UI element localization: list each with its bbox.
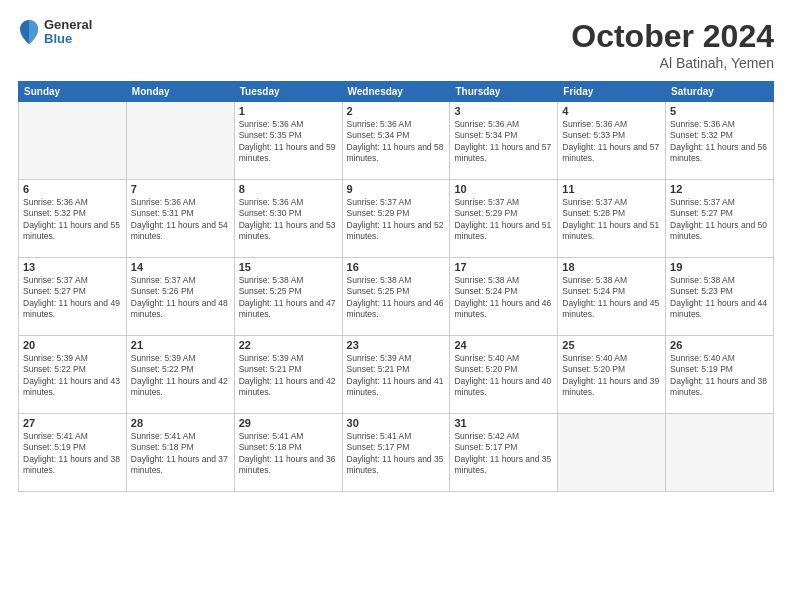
table-row: 21Sunrise: 5:39 AM Sunset: 5:22 PM Dayli… [126, 336, 234, 414]
table-row: 30Sunrise: 5:41 AM Sunset: 5:17 PM Dayli… [342, 414, 450, 492]
table-row: 4Sunrise: 5:36 AM Sunset: 5:33 PM Daylig… [558, 102, 666, 180]
day-info: Sunrise: 5:39 AM Sunset: 5:21 PM Dayligh… [347, 353, 446, 399]
col-tuesday: Tuesday [234, 82, 342, 102]
day-number: 23 [347, 339, 446, 351]
day-number: 14 [131, 261, 230, 273]
calendar-header-row: Sunday Monday Tuesday Wednesday Thursday… [19, 82, 774, 102]
table-row: 1Sunrise: 5:36 AM Sunset: 5:35 PM Daylig… [234, 102, 342, 180]
day-info: Sunrise: 5:38 AM Sunset: 5:24 PM Dayligh… [562, 275, 661, 321]
calendar-week-row: 20Sunrise: 5:39 AM Sunset: 5:22 PM Dayli… [19, 336, 774, 414]
day-number: 3 [454, 105, 553, 117]
table-row: 14Sunrise: 5:37 AM Sunset: 5:26 PM Dayli… [126, 258, 234, 336]
day-number: 6 [23, 183, 122, 195]
day-info: Sunrise: 5:36 AM Sunset: 5:32 PM Dayligh… [23, 197, 122, 243]
logo-general: General [44, 18, 92, 32]
title-location: Al Batinah, Yemen [571, 55, 774, 71]
day-number: 28 [131, 417, 230, 429]
table-row [558, 414, 666, 492]
table-row: 16Sunrise: 5:38 AM Sunset: 5:25 PM Dayli… [342, 258, 450, 336]
calendar-week-row: 27Sunrise: 5:41 AM Sunset: 5:19 PM Dayli… [19, 414, 774, 492]
day-number: 4 [562, 105, 661, 117]
table-row: 17Sunrise: 5:38 AM Sunset: 5:24 PM Dayli… [450, 258, 558, 336]
col-wednesday: Wednesday [342, 82, 450, 102]
day-info: Sunrise: 5:36 AM Sunset: 5:30 PM Dayligh… [239, 197, 338, 243]
table-row: 2Sunrise: 5:36 AM Sunset: 5:34 PM Daylig… [342, 102, 450, 180]
day-info: Sunrise: 5:37 AM Sunset: 5:29 PM Dayligh… [454, 197, 553, 243]
table-row: 29Sunrise: 5:41 AM Sunset: 5:18 PM Dayli… [234, 414, 342, 492]
day-number: 17 [454, 261, 553, 273]
day-info: Sunrise: 5:36 AM Sunset: 5:34 PM Dayligh… [347, 119, 446, 165]
calendar-week-row: 6Sunrise: 5:36 AM Sunset: 5:32 PM Daylig… [19, 180, 774, 258]
table-row: 19Sunrise: 5:38 AM Sunset: 5:23 PM Dayli… [666, 258, 774, 336]
table-row: 10Sunrise: 5:37 AM Sunset: 5:29 PM Dayli… [450, 180, 558, 258]
table-row: 13Sunrise: 5:37 AM Sunset: 5:27 PM Dayli… [19, 258, 127, 336]
table-row: 18Sunrise: 5:38 AM Sunset: 5:24 PM Dayli… [558, 258, 666, 336]
day-info: Sunrise: 5:36 AM Sunset: 5:34 PM Dayligh… [454, 119, 553, 165]
table-row: 9Sunrise: 5:37 AM Sunset: 5:29 PM Daylig… [342, 180, 450, 258]
day-number: 21 [131, 339, 230, 351]
day-info: Sunrise: 5:40 AM Sunset: 5:20 PM Dayligh… [454, 353, 553, 399]
calendar-table: Sunday Monday Tuesday Wednesday Thursday… [18, 81, 774, 492]
table-row: 26Sunrise: 5:40 AM Sunset: 5:19 PM Dayli… [666, 336, 774, 414]
col-saturday: Saturday [666, 82, 774, 102]
table-row: 12Sunrise: 5:37 AM Sunset: 5:27 PM Dayli… [666, 180, 774, 258]
table-row: 25Sunrise: 5:40 AM Sunset: 5:20 PM Dayli… [558, 336, 666, 414]
day-number: 7 [131, 183, 230, 195]
day-info: Sunrise: 5:39 AM Sunset: 5:22 PM Dayligh… [23, 353, 122, 399]
day-info: Sunrise: 5:38 AM Sunset: 5:24 PM Dayligh… [454, 275, 553, 321]
day-number: 8 [239, 183, 338, 195]
table-row [19, 102, 127, 180]
day-info: Sunrise: 5:41 AM Sunset: 5:18 PM Dayligh… [131, 431, 230, 477]
day-info: Sunrise: 5:37 AM Sunset: 5:27 PM Dayligh… [670, 197, 769, 243]
day-info: Sunrise: 5:37 AM Sunset: 5:28 PM Dayligh… [562, 197, 661, 243]
table-row: 8Sunrise: 5:36 AM Sunset: 5:30 PM Daylig… [234, 180, 342, 258]
day-info: Sunrise: 5:41 AM Sunset: 5:19 PM Dayligh… [23, 431, 122, 477]
table-row: 5Sunrise: 5:36 AM Sunset: 5:32 PM Daylig… [666, 102, 774, 180]
day-info: Sunrise: 5:38 AM Sunset: 5:25 PM Dayligh… [239, 275, 338, 321]
day-info: Sunrise: 5:38 AM Sunset: 5:23 PM Dayligh… [670, 275, 769, 321]
day-info: Sunrise: 5:36 AM Sunset: 5:32 PM Dayligh… [670, 119, 769, 165]
table-row: 15Sunrise: 5:38 AM Sunset: 5:25 PM Dayli… [234, 258, 342, 336]
day-info: Sunrise: 5:36 AM Sunset: 5:35 PM Dayligh… [239, 119, 338, 165]
table-row: 23Sunrise: 5:39 AM Sunset: 5:21 PM Dayli… [342, 336, 450, 414]
day-number: 15 [239, 261, 338, 273]
table-row: 6Sunrise: 5:36 AM Sunset: 5:32 PM Daylig… [19, 180, 127, 258]
day-info: Sunrise: 5:39 AM Sunset: 5:21 PM Dayligh… [239, 353, 338, 399]
day-number: 16 [347, 261, 446, 273]
table-row: 3Sunrise: 5:36 AM Sunset: 5:34 PM Daylig… [450, 102, 558, 180]
col-monday: Monday [126, 82, 234, 102]
day-number: 22 [239, 339, 338, 351]
day-info: Sunrise: 5:42 AM Sunset: 5:17 PM Dayligh… [454, 431, 553, 477]
day-info: Sunrise: 5:37 AM Sunset: 5:26 PM Dayligh… [131, 275, 230, 321]
table-row: 22Sunrise: 5:39 AM Sunset: 5:21 PM Dayli… [234, 336, 342, 414]
day-info: Sunrise: 5:41 AM Sunset: 5:18 PM Dayligh… [239, 431, 338, 477]
logo-text: General Blue [44, 18, 92, 47]
day-number: 30 [347, 417, 446, 429]
day-number: 25 [562, 339, 661, 351]
day-info: Sunrise: 5:41 AM Sunset: 5:17 PM Dayligh… [347, 431, 446, 477]
day-info: Sunrise: 5:39 AM Sunset: 5:22 PM Dayligh… [131, 353, 230, 399]
table-row: 20Sunrise: 5:39 AM Sunset: 5:22 PM Dayli… [19, 336, 127, 414]
calendar-week-row: 1Sunrise: 5:36 AM Sunset: 5:35 PM Daylig… [19, 102, 774, 180]
day-number: 26 [670, 339, 769, 351]
day-number: 24 [454, 339, 553, 351]
day-number: 10 [454, 183, 553, 195]
calendar-week-row: 13Sunrise: 5:37 AM Sunset: 5:27 PM Dayli… [19, 258, 774, 336]
logo-blue: Blue [44, 32, 92, 46]
day-number: 13 [23, 261, 122, 273]
day-number: 18 [562, 261, 661, 273]
day-number: 5 [670, 105, 769, 117]
day-info: Sunrise: 5:40 AM Sunset: 5:20 PM Dayligh… [562, 353, 661, 399]
day-number: 9 [347, 183, 446, 195]
header: General Blue October 2024 Al Batinah, Ye… [18, 18, 774, 71]
table-row [666, 414, 774, 492]
day-number: 11 [562, 183, 661, 195]
day-number: 1 [239, 105, 338, 117]
day-info: Sunrise: 5:37 AM Sunset: 5:29 PM Dayligh… [347, 197, 446, 243]
day-info: Sunrise: 5:40 AM Sunset: 5:19 PM Dayligh… [670, 353, 769, 399]
day-number: 20 [23, 339, 122, 351]
table-row: 28Sunrise: 5:41 AM Sunset: 5:18 PM Dayli… [126, 414, 234, 492]
day-number: 2 [347, 105, 446, 117]
table-row: 24Sunrise: 5:40 AM Sunset: 5:20 PM Dayli… [450, 336, 558, 414]
day-info: Sunrise: 5:36 AM Sunset: 5:33 PM Dayligh… [562, 119, 661, 165]
